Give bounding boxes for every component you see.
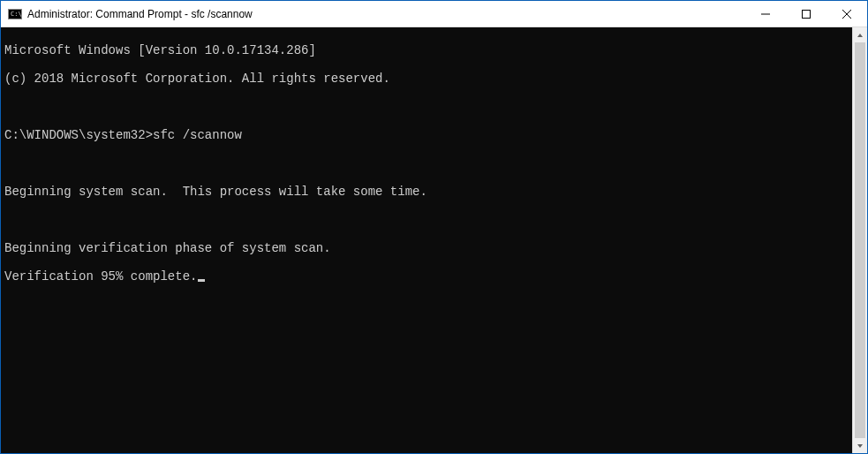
close-icon	[842, 10, 851, 19]
cmd-icon: C:\	[8, 7, 22, 21]
progress-text: Verification 95% complete.	[4, 269, 197, 284]
chevron-up-icon	[857, 32, 864, 39]
console-line: Beginning verification phase of system s…	[4, 241, 849, 255]
scroll-down-button[interactable]	[853, 438, 867, 453]
client-area: Microsoft Windows [Version 10.0.17134.28…	[1, 27, 867, 453]
maximize-icon	[802, 10, 811, 19]
console-prompt-line: C:\WINDOWS\system32>sfc /scannow	[4, 128, 849, 142]
scroll-track[interactable]	[853, 42, 867, 438]
text-cursor	[198, 279, 205, 282]
console-line: Microsoft Windows [Version 10.0.17134.28…	[4, 43, 849, 57]
vertical-scrollbar[interactable]	[852, 27, 867, 453]
window-title: Administrator: Command Prompt - sfc /sca…	[27, 8, 253, 20]
svg-marker-7	[857, 444, 863, 448]
console-blank-line	[4, 213, 849, 227]
svg-rect-3	[803, 10, 811, 18]
entered-command: sfc /scannow	[153, 128, 242, 142]
chevron-down-icon	[857, 443, 864, 450]
minimize-button[interactable]	[745, 1, 786, 27]
scroll-up-button[interactable]	[853, 27, 867, 42]
maximize-button[interactable]	[786, 1, 826, 27]
console-output[interactable]: Microsoft Windows [Version 10.0.17134.28…	[1, 27, 852, 453]
console-progress-line: Verification 95% complete.	[4, 269, 849, 284]
scroll-thumb[interactable]	[855, 42, 865, 438]
console-line: (c) 2018 Microsoft Corporation. All righ…	[4, 72, 849, 86]
titlebar[interactable]: C:\ Administrator: Command Prompt - sfc …	[1, 1, 867, 27]
console-blank-line	[4, 100, 849, 114]
svg-marker-6	[857, 34, 863, 37]
prompt-path: C:\WINDOWS\system32>	[4, 128, 153, 142]
svg-text:C:\: C:\	[11, 11, 22, 18]
close-button[interactable]	[826, 1, 867, 27]
console-line: Beginning system scan. This process will…	[4, 185, 849, 199]
command-prompt-window: C:\ Administrator: Command Prompt - sfc …	[0, 0, 868, 454]
minimize-icon	[761, 10, 770, 19]
console-blank-line	[4, 156, 849, 170]
